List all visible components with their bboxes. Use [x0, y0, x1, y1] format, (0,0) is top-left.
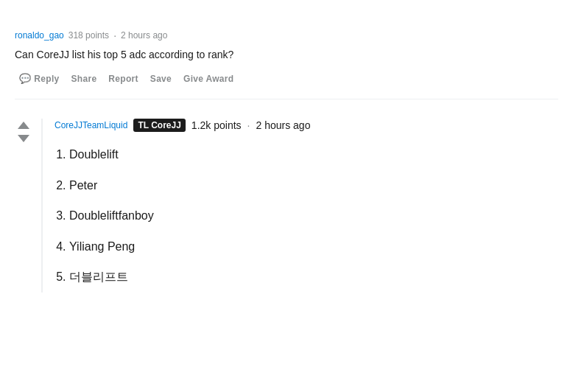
- top-comment-username[interactable]: ronaldo_gao: [15, 30, 64, 41]
- reply-button[interactable]: 💬 Reply: [15, 70, 64, 87]
- vote-column: [15, 119, 32, 293]
- flair-badge: TL CoreJJ: [133, 119, 185, 132]
- report-button[interactable]: Report: [104, 71, 142, 87]
- downvote-arrow-icon: [18, 135, 29, 142]
- reply-comment: CoreJJTeamLiquid TL CoreJJ 1.2k points ·…: [15, 111, 558, 300]
- upvote-button[interactable]: [16, 120, 31, 130]
- reply-icon: 💬: [19, 73, 31, 84]
- give-award-button[interactable]: Give Award: [179, 71, 238, 87]
- share-button[interactable]: Share: [67, 71, 102, 87]
- list-item: Yiliang Peng: [69, 231, 558, 262]
- top-comment-actions: 💬 Reply Share Report Save Give Award: [15, 70, 558, 87]
- reply-left-border: CoreJJTeamLiquid TL CoreJJ 1.2k points ·…: [41, 119, 558, 293]
- list-item-text-5: 더블리프트: [69, 270, 128, 283]
- reply-content: CoreJJTeamLiquid TL CoreJJ 1.2k points ·…: [41, 119, 558, 293]
- reply-meta: CoreJJTeamLiquid TL CoreJJ 1.2k points ·…: [55, 119, 558, 132]
- top-comment-meta: ronaldo_gao 318 points · 2 hours ago: [15, 29, 558, 41]
- save-button[interactable]: Save: [146, 71, 176, 87]
- reply-points: 1.2k points: [191, 119, 242, 131]
- top-comment: ronaldo_gao 318 points · 2 hours ago Can…: [15, 22, 558, 99]
- downvote-button[interactable]: [16, 133, 31, 144]
- top-comment-points: 318 points: [68, 30, 109, 41]
- reply-username[interactable]: CoreJJTeamLiquid: [55, 120, 127, 130]
- top-comment-time: 2 hours ago: [121, 30, 167, 41]
- reply-time: 2 hours ago: [256, 119, 310, 131]
- adc-list: Doublelift Peter Doubleliftfanboy Yilian…: [55, 139, 558, 293]
- list-item-text-1: Doublelift: [69, 148, 119, 161]
- list-item-text-3: Doubleliftfanboy: [69, 209, 154, 222]
- meta-dot-2: ·: [247, 119, 250, 131]
- upvote-arrow-icon: [18, 122, 29, 129]
- list-item-text-2: Peter: [69, 179, 97, 192]
- comment-thread: ronaldo_gao 318 points · 2 hours ago Can…: [0, 15, 573, 307]
- meta-dot-1: ·: [113, 29, 116, 41]
- list-item: Peter: [69, 170, 558, 201]
- list-item: 더블리프트: [69, 262, 558, 293]
- list-item: Doubleliftfanboy: [69, 200, 558, 231]
- top-comment-body: Can CoreJJ list his top 5 adc according …: [15, 47, 558, 63]
- list-item: Doublelift: [69, 139, 558, 170]
- list-item-text-4: Yiliang Peng: [69, 240, 135, 253]
